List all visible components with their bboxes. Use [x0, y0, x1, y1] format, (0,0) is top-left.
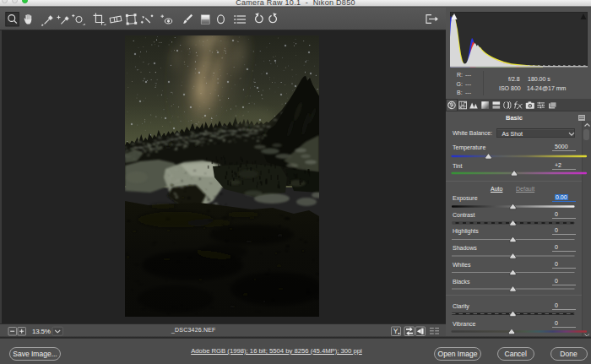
svg-text:Y: Y — [393, 327, 399, 335]
